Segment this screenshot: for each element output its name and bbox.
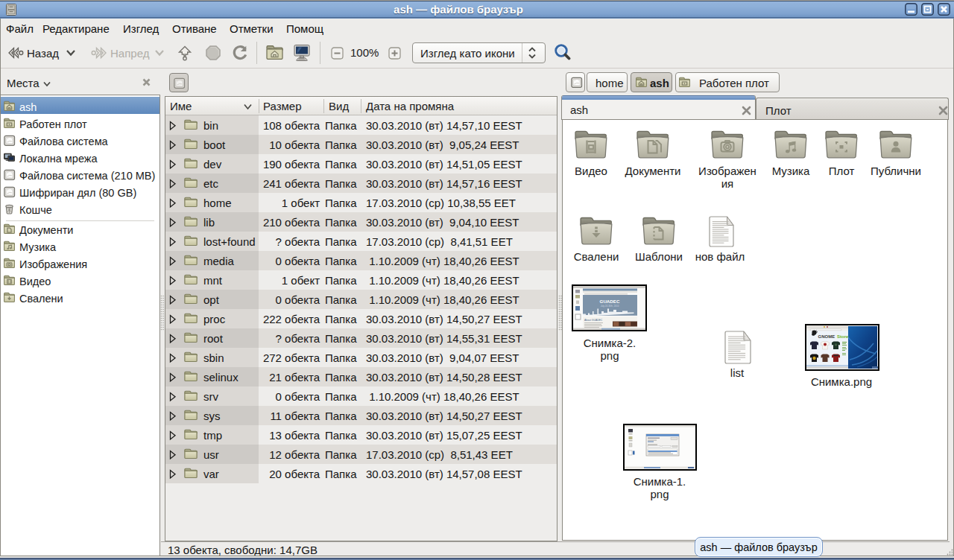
svg-text:GNOME: GNOME: [818, 334, 835, 339]
svg-text:About GUADEC: About GUADEC: [584, 319, 603, 322]
svg-text:GUADEC: GUADEC: [600, 299, 620, 304]
svg-text:Store: Store: [837, 334, 849, 339]
svg-text:July 24-30th, 2010: July 24-30th, 2010: [601, 305, 619, 308]
